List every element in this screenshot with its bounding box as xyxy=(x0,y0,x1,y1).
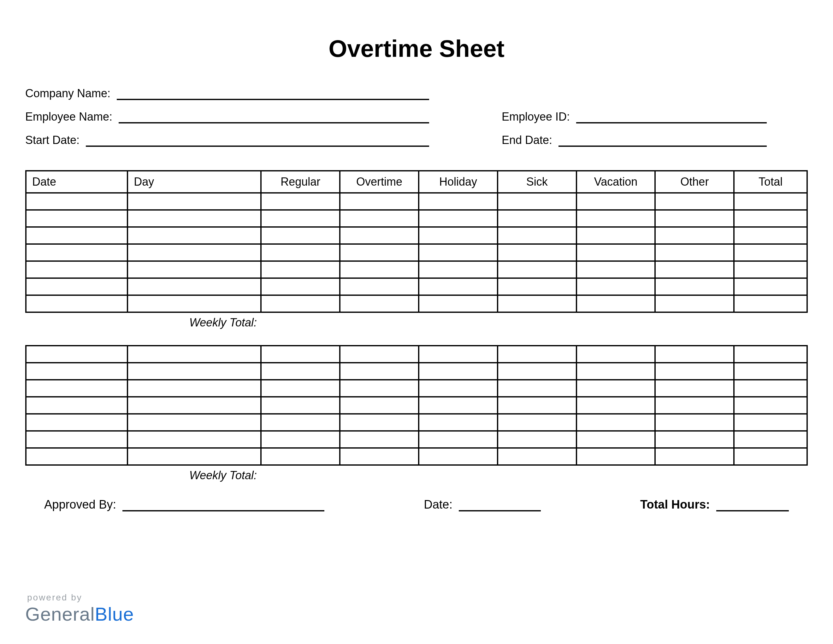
employee-id-field[interactable] xyxy=(576,112,767,124)
cell[interactable] xyxy=(419,193,498,210)
cell[interactable] xyxy=(734,414,807,431)
cell[interactable] xyxy=(734,397,807,414)
cell[interactable] xyxy=(261,431,340,448)
cell[interactable] xyxy=(576,414,655,431)
start-date-field[interactable] xyxy=(86,135,429,147)
cell[interactable] xyxy=(261,295,340,312)
cell[interactable] xyxy=(498,278,576,295)
cell[interactable] xyxy=(498,244,576,261)
cell[interactable] xyxy=(734,278,807,295)
cell[interactable] xyxy=(576,431,655,448)
footer-date-field[interactable] xyxy=(459,499,541,511)
cell[interactable] xyxy=(576,193,655,210)
cell[interactable] xyxy=(734,431,807,448)
cell[interactable] xyxy=(419,227,498,244)
cell[interactable] xyxy=(419,431,498,448)
cell[interactable] xyxy=(127,363,261,380)
cell[interactable] xyxy=(576,363,655,380)
cell[interactable] xyxy=(655,295,734,312)
cell[interactable] xyxy=(127,295,261,312)
cell[interactable] xyxy=(734,210,807,227)
cell[interactable] xyxy=(576,346,655,363)
cell[interactable] xyxy=(261,363,340,380)
cell[interactable] xyxy=(419,448,498,465)
cell[interactable] xyxy=(498,295,576,312)
cell[interactable] xyxy=(261,210,340,227)
cell[interactable] xyxy=(26,346,127,363)
cell[interactable] xyxy=(419,397,498,414)
cell[interactable] xyxy=(26,448,127,465)
total-hours-field[interactable] xyxy=(716,499,789,511)
cell[interactable] xyxy=(340,227,419,244)
cell[interactable] xyxy=(26,431,127,448)
cell[interactable] xyxy=(734,227,807,244)
cell[interactable] xyxy=(419,278,498,295)
cell[interactable] xyxy=(340,244,419,261)
end-date-field[interactable] xyxy=(558,135,767,147)
cell[interactable] xyxy=(340,261,419,278)
cell[interactable] xyxy=(26,261,127,278)
cell[interactable] xyxy=(26,363,127,380)
cell[interactable] xyxy=(655,448,734,465)
cell[interactable] xyxy=(127,278,261,295)
cell[interactable] xyxy=(340,363,419,380)
cell[interactable] xyxy=(127,380,261,397)
cell[interactable] xyxy=(26,210,127,227)
cell[interactable] xyxy=(419,363,498,380)
cell[interactable] xyxy=(655,193,734,210)
cell[interactable] xyxy=(26,397,127,414)
cell[interactable] xyxy=(261,448,340,465)
cell[interactable] xyxy=(734,244,807,261)
cell[interactable] xyxy=(655,227,734,244)
cell[interactable] xyxy=(498,414,576,431)
cell[interactable] xyxy=(734,295,807,312)
cell[interactable] xyxy=(340,278,419,295)
cell[interactable] xyxy=(498,346,576,363)
cell[interactable] xyxy=(576,448,655,465)
cell[interactable] xyxy=(734,448,807,465)
cell[interactable] xyxy=(734,380,807,397)
cell[interactable] xyxy=(655,244,734,261)
cell[interactable] xyxy=(419,346,498,363)
cell[interactable] xyxy=(340,210,419,227)
cell[interactable] xyxy=(576,380,655,397)
cell[interactable] xyxy=(655,210,734,227)
cell[interactable] xyxy=(734,261,807,278)
cell[interactable] xyxy=(576,244,655,261)
cell[interactable] xyxy=(498,363,576,380)
company-name-field[interactable] xyxy=(117,89,429,100)
cell[interactable] xyxy=(498,397,576,414)
cell[interactable] xyxy=(261,414,340,431)
cell[interactable] xyxy=(419,380,498,397)
cell[interactable] xyxy=(26,414,127,431)
cell[interactable] xyxy=(127,210,261,227)
cell[interactable] xyxy=(127,227,261,244)
cell[interactable] xyxy=(127,431,261,448)
cell[interactable] xyxy=(498,227,576,244)
cell[interactable] xyxy=(576,397,655,414)
cell[interactable] xyxy=(127,346,261,363)
cell[interactable] xyxy=(340,295,419,312)
cell[interactable] xyxy=(576,278,655,295)
cell[interactable] xyxy=(655,431,734,448)
cell[interactable] xyxy=(655,363,734,380)
cell[interactable] xyxy=(26,278,127,295)
cell[interactable] xyxy=(576,210,655,227)
cell[interactable] xyxy=(498,261,576,278)
cell[interactable] xyxy=(127,244,261,261)
employee-name-field[interactable] xyxy=(119,112,429,124)
cell[interactable] xyxy=(26,244,127,261)
cell[interactable] xyxy=(26,193,127,210)
cell[interactable] xyxy=(340,431,419,448)
cell[interactable] xyxy=(340,193,419,210)
cell[interactable] xyxy=(419,414,498,431)
cell[interactable] xyxy=(26,295,127,312)
cell[interactable] xyxy=(576,261,655,278)
cell[interactable] xyxy=(419,295,498,312)
cell[interactable] xyxy=(261,380,340,397)
cell[interactable] xyxy=(340,414,419,431)
cell[interactable] xyxy=(261,261,340,278)
cell[interactable] xyxy=(261,397,340,414)
cell[interactable] xyxy=(127,193,261,210)
cell[interactable] xyxy=(26,380,127,397)
